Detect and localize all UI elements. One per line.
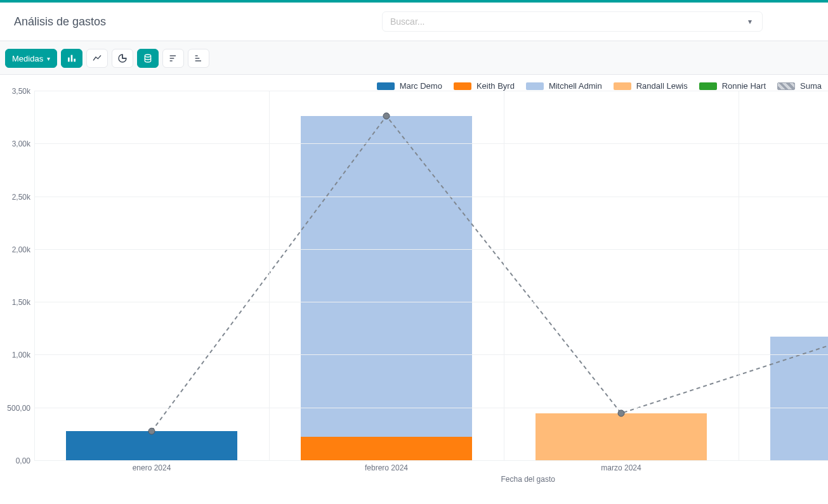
legend-item-suma[interactable]: Suma: [777, 81, 822, 91]
legend-item-keith[interactable]: Keith Byrd: [454, 81, 515, 91]
legend-label: Suma: [800, 81, 822, 91]
svg-rect-8: [195, 58, 200, 58]
svg-rect-9: [195, 60, 201, 61]
y-tick: 1,00k: [12, 351, 30, 359]
y-axis: 0,00500,001,00k1,50k2,00k2,50k3,00k3,50k: [0, 91, 34, 461]
x-axis-label: Fecha del gasto: [501, 475, 555, 484]
legend-swatch: [614, 82, 631, 90]
svg-rect-2: [74, 59, 76, 62]
page-title: Análisis de gastos: [14, 15, 369, 29]
suma-point[interactable]: [383, 113, 390, 119]
legend-item-ronnie[interactable]: Ronnie Hart: [699, 81, 766, 91]
sort-desc-icon: [168, 53, 178, 63]
svg-rect-4: [170, 55, 176, 56]
chart-area: 0,00500,001,00k1,50k2,00k2,50k3,00k3,50k…: [0, 91, 828, 484]
x-axis: Fecha del gasto enero 2024febrero 2024ma…: [34, 461, 828, 484]
search-input[interactable]: [389, 16, 744, 27]
pie-chart-icon: [117, 53, 128, 63]
search-wrap: ▾: [382, 11, 814, 32]
y-tick: 2,00k: [12, 245, 30, 254]
toolbar: Medidas ▾: [5, 49, 823, 68]
legend-swatch: [454, 82, 471, 90]
legend-item-randall[interactable]: Randall Lewis: [614, 81, 688, 91]
suma-point[interactable]: [618, 410, 624, 417]
svg-rect-0: [68, 58, 70, 62]
y-tick: 0,00: [16, 456, 30, 465]
line-chart-icon: [92, 53, 102, 63]
plot-area: [34, 91, 828, 461]
sort-asc-button[interactable]: [188, 49, 209, 68]
chevron-down-icon: ▾: [47, 55, 50, 62]
x-tick: enero 2024: [133, 463, 171, 472]
suma-line: [152, 116, 828, 431]
suma-line-layer: [34, 91, 828, 460]
x-tick: marzo 2024: [601, 463, 641, 472]
legend-label: Ronnie Hart: [722, 81, 766, 91]
legend-swatch: [377, 82, 395, 90]
x-tick: febrero 2024: [365, 463, 408, 472]
legend-item-marc[interactable]: Marc Demo: [377, 81, 442, 91]
page-header: Análisis de gastos ▾: [0, 3, 828, 41]
y-tick: 3,50k: [12, 87, 30, 96]
legend-swatch: [526, 82, 544, 90]
y-tick: 500,00: [7, 404, 30, 413]
legend-swatch: [777, 82, 795, 90]
measures-button[interactable]: Medidas ▾: [5, 49, 57, 68]
svg-point-3: [145, 55, 150, 57]
legend-swatch: [699, 82, 717, 90]
legend-item-mitchell[interactable]: Mitchell Admin: [526, 81, 602, 91]
svg-rect-7: [195, 55, 198, 56]
toolbar-area: Medidas ▾: [0, 41, 828, 75]
svg-rect-1: [71, 55, 73, 62]
legend-label: Marc Demo: [400, 81, 442, 91]
svg-rect-6: [170, 60, 173, 61]
legend-label: Randall Lewis: [636, 81, 688, 91]
y-tick: 2,50k: [12, 193, 30, 202]
chart-legend: Marc Demo Keith Byrd Mitchell Admin Rand…: [0, 77, 828, 91]
sort-desc-button[interactable]: [162, 49, 184, 68]
stacked-icon: [143, 53, 153, 63]
chevron-down-icon[interactable]: ▾: [744, 17, 756, 26]
svg-rect-5: [170, 58, 174, 58]
line-chart-button[interactable]: [86, 49, 108, 68]
pie-chart-button[interactable]: [112, 49, 133, 68]
sort-asc-icon: [194, 53, 204, 63]
legend-label: Keith Byrd: [476, 81, 515, 91]
chart-panel: Marc Demo Keith Byrd Mitchell Admin Rand…: [0, 75, 828, 484]
y-tick: 3,00k: [12, 139, 30, 148]
stacked-button[interactable]: [137, 49, 159, 68]
legend-label: Mitchell Admin: [549, 81, 602, 91]
search-box[interactable]: ▾: [382, 11, 763, 32]
bar-chart-icon: [67, 53, 77, 63]
measures-label: Medidas: [12, 54, 43, 63]
suma-point[interactable]: [148, 428, 155, 434]
y-tick: 1,50k: [12, 298, 30, 307]
bar-chart-button[interactable]: [61, 49, 82, 68]
